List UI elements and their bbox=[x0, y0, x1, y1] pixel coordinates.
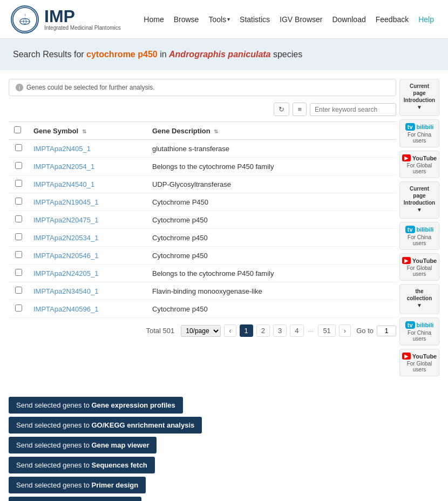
row-checkbox-cell bbox=[9, 282, 28, 300]
row-checkbox-9[interactable] bbox=[15, 304, 22, 312]
gene-symbol-link-7[interactable]: IMPTApa2N24205_1 bbox=[33, 269, 98, 277]
row-checkbox-cell bbox=[9, 158, 28, 175]
bili-icon-1: tv bbox=[405, 123, 415, 131]
select-all-checkbox[interactable] bbox=[14, 126, 21, 133]
refresh-button[interactable]: ↻ bbox=[274, 103, 289, 116]
gene-description-cell: Cytochrome p450 bbox=[147, 247, 396, 265]
info-box: i Genes could be selected for further an… bbox=[9, 79, 396, 96]
gene-symbol-link-0[interactable]: IMPTApa2N405_1 bbox=[33, 145, 91, 153]
prev-page-button[interactable]: ‹ bbox=[224, 324, 236, 337]
table-row: IMPTApa2N20534_1 Cytochrome p450 bbox=[9, 229, 396, 247]
next-page-button[interactable]: › bbox=[339, 324, 351, 337]
nav-help[interactable]: Help bbox=[415, 13, 437, 26]
row-checkbox-8[interactable] bbox=[15, 287, 22, 294]
gene-description-cell: Belongs to the cytochrome P450 family bbox=[147, 158, 396, 175]
sidebar-youtube-2[interactable]: ▶ YouTube For Global users bbox=[399, 253, 439, 281]
row-checkbox-cell bbox=[9, 247, 28, 265]
nav-igv-browser[interactable]: IGV Browser bbox=[276, 13, 325, 26]
table-section: i Genes could be selected for further an… bbox=[9, 79, 396, 380]
logo-subtitle: Integrated Medicinal Plantomics bbox=[44, 25, 121, 31]
gene-symbol-cell: IMPTApa2N24205_1 bbox=[28, 265, 147, 282]
btn-go-kegg[interactable]: Send selected genes to GO/KEGG enrichmen… bbox=[9, 417, 202, 434]
btn-sequences[interactable]: Send selected genes to Sequences fetch bbox=[9, 457, 155, 473]
main-nav: Home Browse Tools ▾ Statistics IGV Brows… bbox=[140, 13, 437, 26]
sidebar-intro-1: Current pageIntroduction▼ bbox=[399, 79, 439, 116]
columns-button[interactable]: ≡ bbox=[293, 103, 307, 116]
header-gene-symbol: Gene Symbol ⇅ bbox=[28, 122, 147, 140]
table-row: IMPTApa2N19045_1 Cytochrome P450 bbox=[9, 193, 396, 211]
gene-description-cell: Cytochrome p450 bbox=[147, 211, 396, 229]
row-checkbox-2[interactable] bbox=[15, 180, 22, 187]
yt-text-3: YouTube bbox=[412, 353, 437, 360]
search-header-banner: Search Results for cytochrome p450 in An… bbox=[0, 39, 448, 70]
youtube-logo-1: ▶ YouTube bbox=[403, 154, 436, 161]
right-sidebar: Current pageIntroduction▼ tv bilibili Fo… bbox=[396, 79, 439, 380]
btn-expression[interactable]: Send selected genes to Gene expression p… bbox=[9, 397, 183, 414]
row-checkbox-6[interactable] bbox=[15, 251, 22, 258]
gene-symbol-link-1[interactable]: IMPTApa2N2054_1 bbox=[33, 163, 94, 171]
row-checkbox-7[interactable] bbox=[15, 269, 22, 276]
gene-description-cell: Belongs to the cytochrome P450 family bbox=[147, 265, 396, 282]
gene-description-cell: glutathione s-transferase bbox=[147, 140, 396, 158]
search-input[interactable] bbox=[310, 103, 396, 116]
sidebar-bilibili-2[interactable]: tv bilibili For China users bbox=[399, 222, 439, 250]
page-4-button[interactable]: 4 bbox=[290, 324, 303, 337]
gene-symbol-sort-icon[interactable]: ⇅ bbox=[82, 128, 86, 134]
btn-fishing[interactable]: Send selected genes to Gene fishing bbox=[9, 497, 141, 501]
header-gene-description: Gene Description ⇅ bbox=[147, 122, 396, 140]
youtube-logo-3: ▶ YouTube bbox=[403, 353, 436, 360]
goto-input[interactable] bbox=[377, 326, 396, 336]
sidebar-bilibili-1[interactable]: tv bilibili For China users bbox=[399, 119, 439, 147]
logo-text: IMP Integrated Medicinal Plantomics bbox=[44, 8, 121, 31]
page-last-button[interactable]: 51 bbox=[318, 324, 335, 337]
nav-home[interactable]: Home bbox=[140, 13, 167, 26]
gene-description-cell: UDP-Glycosyltransferase bbox=[147, 175, 396, 193]
page-2-button[interactable]: 2 bbox=[256, 324, 270, 337]
row-checkbox-1[interactable] bbox=[15, 162, 22, 169]
tools-arrow-icon: ▾ bbox=[227, 16, 230, 22]
main-content: i Genes could be selected for further an… bbox=[0, 70, 448, 388]
gene-symbol-link-6[interactable]: IMPTApa2N20546_1 bbox=[33, 252, 98, 260]
gene-symbol-cell: IMPTApa2N20546_1 bbox=[28, 247, 147, 265]
sidebar-youtube-3[interactable]: ▶ YouTube For Global users bbox=[399, 349, 439, 376]
nav-tools[interactable]: Tools ▾ bbox=[205, 13, 233, 26]
gene-symbol-link-4[interactable]: IMPTApa2N20475_1 bbox=[33, 216, 98, 224]
goto-label: Go to bbox=[356, 327, 374, 335]
row-checkbox-cell bbox=[9, 175, 28, 193]
sidebar-youtube-1[interactable]: ▶ YouTube For Global users bbox=[399, 151, 439, 178]
page-dots: ··· bbox=[307, 327, 315, 335]
row-checkbox-4[interactable] bbox=[15, 215, 22, 222]
btn-primer[interactable]: Send selected genes to Primer design bbox=[9, 477, 146, 493]
bili-icon-2: tv bbox=[405, 226, 415, 233]
gene-desc-sort-icon[interactable]: ⇅ bbox=[214, 128, 218, 134]
table-row: IMPTApa2N2054_1 Belongs to the cytochrom… bbox=[9, 158, 396, 175]
toolbar: ↻ ≡ bbox=[9, 103, 396, 116]
gene-description-cell: Cytochrome p450 bbox=[147, 300, 396, 318]
nav-feedback[interactable]: Feedback bbox=[372, 13, 412, 26]
nav-browse[interactable]: Browse bbox=[171, 13, 202, 26]
page-1-button[interactable]: 1 bbox=[240, 324, 253, 337]
row-checkbox-5[interactable] bbox=[15, 233, 22, 240]
youtube-label-2: For Global users bbox=[403, 265, 436, 277]
btn-gene-map[interactable]: Send selected genes to Gene map viewer bbox=[9, 437, 157, 453]
bili-text-1: bilibili bbox=[417, 124, 434, 130]
gene-symbol-cell: IMPTApa2N19045_1 bbox=[28, 193, 147, 211]
row-checkbox-3[interactable] bbox=[15, 198, 22, 205]
youtube-logo-2: ▶ YouTube bbox=[403, 257, 436, 264]
gene-symbol-link-9[interactable]: IMPTApa2N40596_1 bbox=[33, 305, 98, 313]
nav-download[interactable]: Download bbox=[329, 13, 369, 26]
gene-symbol-link-2[interactable]: IMPTApa2N4540_1 bbox=[33, 180, 94, 188]
gene-symbol-link-5[interactable]: IMPTApa2N20534_1 bbox=[33, 234, 98, 242]
page-size-select[interactable]: 10/page 20/page 50/page bbox=[181, 325, 221, 337]
bilibili-logo-2: tv bilibili bbox=[403, 226, 436, 233]
gene-symbol-link-8[interactable]: IMPTApa2N34540_1 bbox=[33, 287, 98, 295]
page-3-button[interactable]: 3 bbox=[273, 324, 287, 337]
svg-point-0 bbox=[13, 7, 37, 31]
table-row: IMPTApa2N34540_1 Flavin-binding monooxyg… bbox=[9, 282, 396, 300]
gene-symbol-link-3[interactable]: IMPTApa2N19045_1 bbox=[33, 198, 98, 206]
row-checkbox-cell bbox=[9, 229, 28, 247]
bilibili-label-1: For China users bbox=[403, 132, 436, 144]
nav-statistics[interactable]: Statistics bbox=[236, 13, 273, 26]
sidebar-bilibili-3[interactable]: tv bilibili For China users bbox=[399, 317, 439, 346]
row-checkbox-0[interactable] bbox=[15, 144, 22, 151]
